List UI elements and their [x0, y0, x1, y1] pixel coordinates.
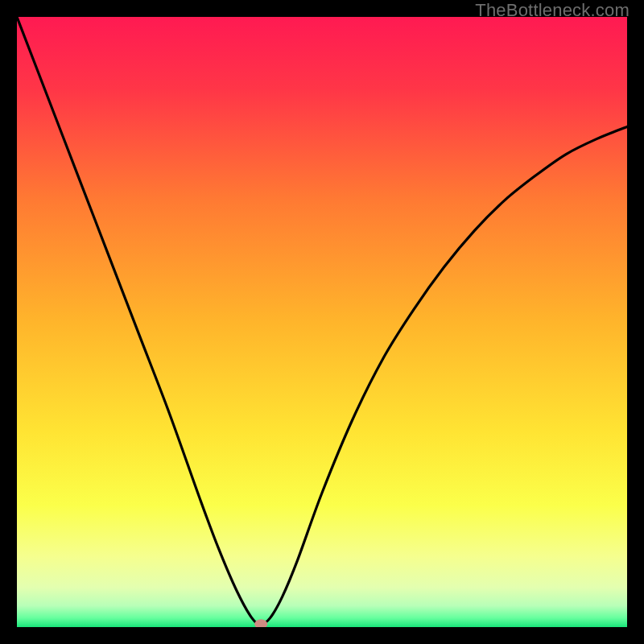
- plot-area: [17, 17, 627, 627]
- chart-frame: TheBottleneck.com: [0, 0, 644, 644]
- chart-svg: [17, 17, 627, 627]
- gradient-background: [17, 17, 627, 627]
